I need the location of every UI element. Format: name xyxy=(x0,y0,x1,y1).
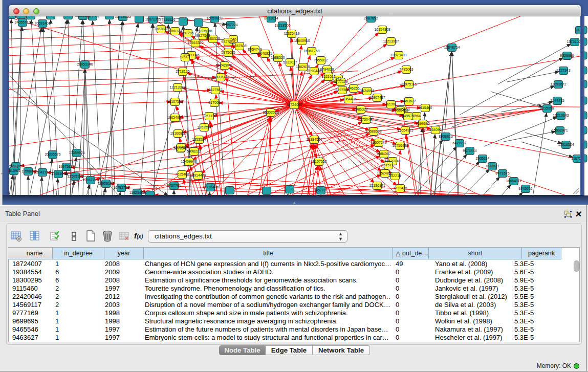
svg-text:24055712: 24055712 xyxy=(14,20,30,24)
svg-text:16782759: 16782759 xyxy=(113,186,129,189)
svg-text:8660124: 8660124 xyxy=(168,29,182,33)
svg-text:1621022: 1621022 xyxy=(321,75,335,78)
svg-text:16958107: 16958107 xyxy=(98,182,114,185)
svg-text:18607249: 18607249 xyxy=(371,141,386,144)
svg-text:746266: 746266 xyxy=(347,86,359,90)
svg-text:2718126: 2718126 xyxy=(176,70,189,73)
svg-text:7986322: 7986322 xyxy=(354,107,367,111)
svg-text:1362615: 1362615 xyxy=(296,65,310,69)
svg-text:15692971: 15692971 xyxy=(552,128,568,132)
svg-text:15720407: 15720407 xyxy=(358,118,374,121)
svg-text:25302035: 25302035 xyxy=(263,111,278,114)
svg-text:6479197: 6479197 xyxy=(452,141,466,145)
svg-text:12213383: 12213383 xyxy=(169,85,185,89)
svg-text:16848764: 16848764 xyxy=(444,46,460,49)
svg-text:20206576: 20206576 xyxy=(45,152,60,156)
svg-text:9457791: 9457791 xyxy=(314,188,328,192)
svg-text:9463627: 9463627 xyxy=(402,99,416,103)
svg-text:3915911: 3915911 xyxy=(9,169,20,172)
svg-text:1353594: 1353594 xyxy=(192,138,206,141)
svg-text:7625402: 7625402 xyxy=(175,172,189,176)
svg-text:10654112: 10654112 xyxy=(506,179,522,183)
svg-text:10807487: 10807487 xyxy=(369,96,385,99)
svg-text:8215958: 8215958 xyxy=(540,106,554,110)
svg-text:817006: 817006 xyxy=(208,101,220,104)
svg-text:7632621: 7632621 xyxy=(485,164,499,168)
svg-text:16543362: 16543362 xyxy=(187,41,203,45)
svg-text:16107552: 16107552 xyxy=(311,160,326,163)
svg-text:18640910: 18640910 xyxy=(294,39,310,42)
svg-text:9699695: 9699695 xyxy=(416,122,429,125)
svg-text:1527602: 1527602 xyxy=(85,16,99,18)
svg-text:21364436: 21364436 xyxy=(340,97,356,101)
svg-text:11325419: 11325419 xyxy=(284,32,300,35)
svg-text:2803144: 2803144 xyxy=(213,75,227,79)
svg-text:16210643: 16210643 xyxy=(553,114,569,117)
svg-text:546: 546 xyxy=(230,37,236,41)
svg-text:7515526: 7515526 xyxy=(161,18,175,21)
svg-text:10973493: 10973493 xyxy=(390,53,406,57)
svg-text:19384554: 19384554 xyxy=(306,138,322,141)
svg-text:164095: 164095 xyxy=(429,128,441,132)
svg-text:16053809: 16053809 xyxy=(206,16,222,20)
svg-text:11004679: 11004679 xyxy=(173,145,189,149)
svg-text:8471676: 8471676 xyxy=(495,171,509,175)
svg-text:6497568: 6497568 xyxy=(335,88,349,92)
svg-text:5875685: 5875685 xyxy=(221,51,235,54)
svg-text:9457791: 9457791 xyxy=(167,184,181,187)
svg-text:19218506: 19218506 xyxy=(274,24,290,27)
svg-text:9245652: 9245652 xyxy=(518,187,532,190)
svg-text:9242848: 9242848 xyxy=(217,63,231,67)
svg-text:2867608: 2867608 xyxy=(232,44,246,48)
svg-text:15226058: 15226058 xyxy=(196,29,212,33)
svg-text:15716485: 15716485 xyxy=(202,185,218,189)
svg-text:98901: 98901 xyxy=(180,55,190,59)
svg-text:1112: 1112 xyxy=(576,28,580,32)
svg-text:13654923: 13654923 xyxy=(397,128,413,132)
svg-text:5498222: 5498222 xyxy=(187,149,201,153)
svg-text:1244415: 1244415 xyxy=(550,99,564,102)
svg-text:12975115: 12975115 xyxy=(401,82,417,86)
svg-text:8938923: 8938923 xyxy=(439,135,452,138)
svg-text:9329966: 9329966 xyxy=(560,54,574,57)
svg-text:16914479: 16914479 xyxy=(190,173,206,177)
svg-text:62160: 62160 xyxy=(386,102,396,106)
svg-text:8186328: 8186328 xyxy=(206,37,220,40)
svg-text:16154808: 16154808 xyxy=(374,28,390,31)
svg-text:1733426: 1733426 xyxy=(393,186,407,190)
svg-text:7485063: 7485063 xyxy=(399,68,413,71)
svg-text:8454749: 8454749 xyxy=(248,48,262,51)
svg-text:9777169: 9777169 xyxy=(334,80,347,83)
svg-text:16120746: 16120746 xyxy=(384,159,400,163)
svg-text:2935114: 2935114 xyxy=(476,157,490,160)
svg-text:8427552: 8427552 xyxy=(208,88,222,92)
svg-text:9227343: 9227343 xyxy=(556,69,570,72)
svg-text:16671355: 16671355 xyxy=(145,17,161,21)
svg-text:252214: 252214 xyxy=(389,174,401,178)
svg-text:20691406: 20691406 xyxy=(34,21,50,25)
svg-text:11923448: 11923448 xyxy=(129,191,145,194)
svg-text:7663822: 7663822 xyxy=(154,27,168,31)
svg-text:1353594: 1353594 xyxy=(197,125,211,129)
svg-text:6794028: 6794028 xyxy=(320,68,334,71)
svg-text:12093872: 12093872 xyxy=(550,82,566,86)
svg-text:1588520: 1588520 xyxy=(271,56,285,59)
svg-text:1615112: 1615112 xyxy=(382,163,396,167)
svg-text:3267130: 3267130 xyxy=(202,114,216,118)
svg-text:10025453: 10025453 xyxy=(392,108,408,112)
svg-text:15409948: 15409948 xyxy=(181,160,197,163)
svg-text:12042757: 12042757 xyxy=(34,170,50,174)
svg-text:9084067: 9084067 xyxy=(377,152,390,156)
svg-text:19975887: 19975887 xyxy=(58,165,74,168)
svg-text:17016504: 17016504 xyxy=(558,143,574,146)
svg-text:12505135: 12505135 xyxy=(67,174,83,178)
svg-text:12213967: 12213967 xyxy=(383,39,399,43)
svg-text:17359924: 17359924 xyxy=(69,151,84,155)
svg-text:10688609: 10688609 xyxy=(365,129,381,133)
svg-text:116753: 116753 xyxy=(572,157,580,160)
svg-text:26203051: 26203051 xyxy=(9,164,24,168)
svg-text:3624554: 3624554 xyxy=(360,89,374,93)
svg-text:2687652: 2687652 xyxy=(364,16,378,20)
svg-text:9474444: 9474444 xyxy=(463,149,476,152)
svg-text:17957273: 17957273 xyxy=(82,178,98,182)
